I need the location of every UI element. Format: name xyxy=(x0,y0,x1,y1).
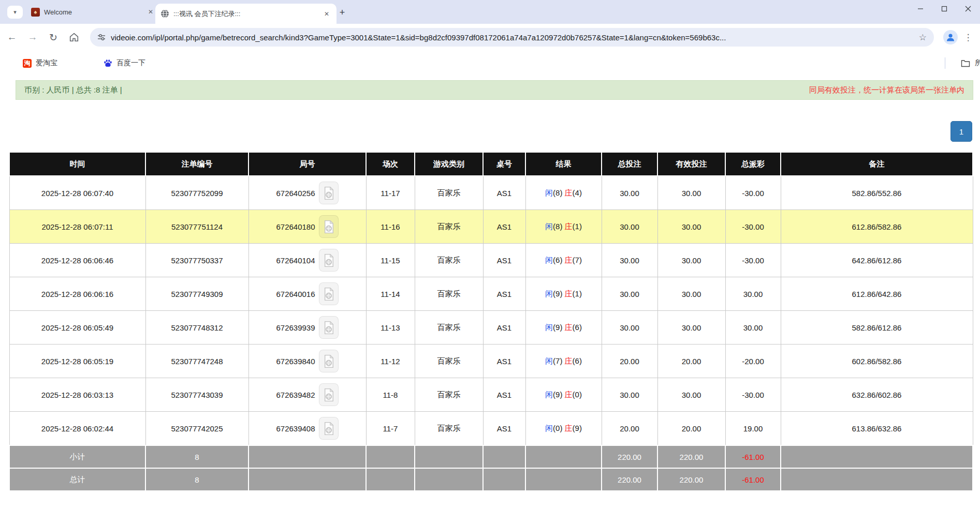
all-bookmarks[interactable]: 所有书签 xyxy=(945,57,980,69)
summary-cell xyxy=(525,468,602,491)
cell-payout: -20.00 xyxy=(725,345,781,378)
bet-row: 2025-12-28 06:07:11523077751124672640180… xyxy=(9,210,973,244)
bet-row: 2025-12-28 06:05:19523077747248672639840… xyxy=(9,345,973,378)
video-replay-button[interactable] xyxy=(319,383,339,406)
banker-score: (7) xyxy=(573,256,582,264)
video-replay-button[interactable] xyxy=(319,215,339,238)
banker-label: 庄 xyxy=(565,390,573,399)
cell-session: 11-7 xyxy=(366,412,415,446)
reload-icon[interactable]: ↻ xyxy=(45,28,62,46)
forward-icon[interactable]: → xyxy=(24,28,41,46)
summary-cell xyxy=(781,445,973,468)
column-header: 游戏类别 xyxy=(415,152,483,176)
close-window-button[interactable] xyxy=(956,0,980,18)
bet-row: 2025-12-28 06:02:44523077742025672639408… xyxy=(9,412,973,446)
tab-bet-record[interactable]: :::视讯 会员下注纪录::: ✕ xyxy=(155,4,337,24)
bookmark-baidu[interactable]: 百度一下 xyxy=(104,58,145,68)
summary-cell: -61.00 xyxy=(725,445,781,468)
cell-bet-no: 523077748312 xyxy=(145,311,248,345)
cell-game-type: 百家乐 xyxy=(415,345,483,378)
banker-label: 庄 xyxy=(565,222,573,231)
player-score: (6) xyxy=(553,256,562,264)
cell-time: 2025-12-28 06:05:19 xyxy=(9,345,145,378)
column-header: 注单编号 xyxy=(145,152,248,176)
close-tab-icon[interactable]: ✕ xyxy=(146,7,155,17)
player-label: 闲 xyxy=(545,323,553,332)
notice-text: 同局有效投注，统一计算在该局第一张注单内 xyxy=(809,85,964,95)
cell-payout: -30.00 xyxy=(725,210,781,244)
cell-bet-no: 523077751124 xyxy=(145,210,248,244)
column-header: 备注 xyxy=(781,152,973,176)
banker-label: 庄 xyxy=(565,424,573,432)
profile-avatar[interactable] xyxy=(943,30,958,44)
cell-result: 闲(8) 庄(4) xyxy=(525,176,602,210)
player-score: (8) xyxy=(553,188,562,197)
cell-game-type: 百家乐 xyxy=(415,378,483,412)
video-replay-button[interactable] xyxy=(319,282,339,305)
cell-bet-no: 523077742025 xyxy=(145,412,248,446)
tab-search-button[interactable]: ▾ xyxy=(7,6,23,19)
cell-round-no: 672640180 xyxy=(248,210,366,244)
close-tab-icon[interactable]: ✕ xyxy=(322,9,331,19)
summary-cell xyxy=(366,445,415,468)
cell-bet-no: 523077749309 xyxy=(145,277,248,311)
cell-time: 2025-12-28 06:07:11 xyxy=(9,210,145,244)
video-replay-button[interactable] xyxy=(319,182,339,204)
bookmark-star-icon[interactable]: ☆ xyxy=(919,32,927,43)
cell-result: 闲(7) 庄(6) xyxy=(525,345,602,378)
player-label: 闲 xyxy=(545,222,553,231)
url-bar[interactable]: videoie.com/ipl/portal.php/game/betrecor… xyxy=(90,28,934,47)
minimize-button[interactable] xyxy=(909,0,932,18)
cell-session: 11-8 xyxy=(366,378,415,412)
baidu-paw-icon xyxy=(104,59,112,68)
new-tab-button[interactable]: + xyxy=(335,6,349,19)
cell-total-bet: 30.00 xyxy=(602,210,657,244)
cell-table-no: AS1 xyxy=(483,311,525,345)
bet-row: 2025-12-28 06:07:40523077752099672640256… xyxy=(9,176,973,210)
site-settings-icon[interactable] xyxy=(97,33,106,41)
cell-game-type: 百家乐 xyxy=(415,412,483,446)
cell-game-type: 百家乐 xyxy=(415,277,483,311)
summary-cell xyxy=(483,468,525,491)
banker-score: (9) xyxy=(573,424,582,432)
column-header: 场次 xyxy=(366,152,415,176)
page-1-button[interactable]: 1 xyxy=(950,121,972,142)
page-content: 币别 : 人民币 | 总共 :8 注单 | 同局有效投注，统一计算在该局第一张注… xyxy=(0,80,980,491)
banker-score: (6) xyxy=(573,323,582,332)
summary-cell: 220.00 xyxy=(657,445,725,468)
cell-remark: 642.86/612.86 xyxy=(781,244,973,277)
cell-time: 2025-12-28 06:06:46 xyxy=(9,244,145,277)
menu-kebab-icon[interactable]: ⋮ xyxy=(963,32,973,43)
cell-table-no: AS1 xyxy=(483,345,525,378)
player-score: (7) xyxy=(553,356,562,365)
maximize-button[interactable] xyxy=(932,0,956,18)
round-no-text: 672639482 xyxy=(276,391,315,399)
column-header: 总派彩 xyxy=(725,152,781,176)
banker-score: (1) xyxy=(573,289,582,298)
cell-result: 闲(0) 庄(9) xyxy=(525,412,602,446)
cell-valid-bet: 20.00 xyxy=(657,345,725,378)
video-replay-button[interactable] xyxy=(319,417,339,440)
bet-row: 2025-12-28 06:05:49523077748312672639939… xyxy=(9,311,973,345)
bookmark-taobao[interactable]: 淘 爱淘宝 xyxy=(23,58,57,68)
home-icon[interactable] xyxy=(65,28,83,46)
cell-table-no: AS1 xyxy=(483,176,525,210)
cell-payout: 30.00 xyxy=(725,277,781,311)
cell-payout: -30.00 xyxy=(725,176,781,210)
video-replay-button[interactable] xyxy=(319,350,339,372)
tab-title: :::视讯 会员下注纪录::: xyxy=(173,9,318,19)
tab-welcome[interactable]: ♠ Welcome ✕ xyxy=(27,0,159,24)
cell-valid-bet: 30.00 xyxy=(657,378,725,412)
table-body: 2025-12-28 06:07:40523077752099672640256… xyxy=(9,176,973,491)
player-label: 闲 xyxy=(545,424,553,432)
round-no-text: 672639939 xyxy=(276,323,315,332)
folder-icon xyxy=(961,59,970,67)
cell-result: 闲(9) 庄(1) xyxy=(525,277,602,311)
url-text[interactable]: videoie.com/ipl/portal.php/game/betrecor… xyxy=(111,33,915,42)
cell-round-no: 672640104 xyxy=(248,244,366,277)
video-replay-button[interactable] xyxy=(319,249,339,272)
video-replay-button[interactable] xyxy=(319,316,339,339)
back-icon[interactable]: ← xyxy=(3,28,21,46)
cell-total-bet: 30.00 xyxy=(602,378,657,412)
cell-payout: -30.00 xyxy=(725,244,781,277)
